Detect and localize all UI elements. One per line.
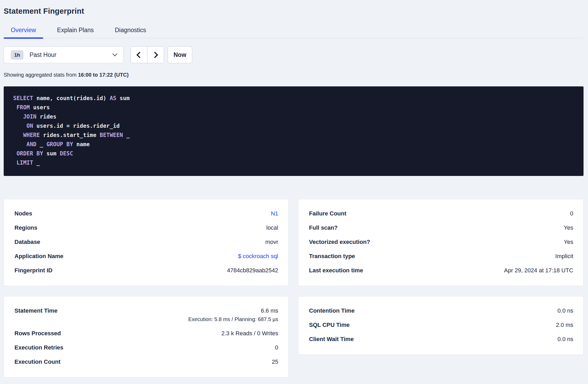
row-label: Statement Time bbox=[14, 307, 57, 314]
time-range-badge: 1h bbox=[11, 50, 23, 60]
row-value: 2.3 k Reads / 0 Writes bbox=[221, 330, 278, 337]
table-row: Client Wait Time0.0 ns bbox=[309, 336, 573, 343]
row-label: Rows Processed bbox=[14, 330, 61, 337]
aggregated-stats-summary: Showing aggregated stats from 16:00 to 1… bbox=[4, 71, 584, 78]
row-value: movr bbox=[265, 238, 278, 246]
tab-explain-plans[interactable]: Explain Plans bbox=[50, 27, 101, 38]
row-value: local bbox=[266, 224, 278, 232]
detail-cards: NodesN1RegionslocalDatabasemovrApplicati… bbox=[4, 199, 584, 377]
row-value: 0.0 ns bbox=[557, 307, 573, 314]
table-row: Fingerprint ID4784cb829aab2542 bbox=[14, 267, 278, 274]
table-row: Execution Retries0 bbox=[14, 344, 278, 351]
tab-bar: Overview Explain Plans Diagnostics bbox=[4, 27, 584, 38]
table-row: Execution Count25 bbox=[14, 358, 278, 366]
row-value: Yes bbox=[564, 224, 573, 232]
sql-code: SELECT name, count(rides.id) AS sum FROM… bbox=[13, 94, 576, 168]
sql-line: ON users.id = rides.rider_id bbox=[13, 121, 576, 131]
row-label: Fingerprint ID bbox=[14, 267, 52, 274]
row-label: Failure Count bbox=[309, 210, 346, 217]
row-subvalue: Execution: 5.8 ms / Planning: 687.5 µs bbox=[188, 316, 278, 323]
row-value: Apr 29, 2024 at 17:18 UTC bbox=[504, 267, 573, 274]
row-value: 0.0 ns bbox=[557, 336, 573, 343]
row-value-link[interactable]: $ cockroach sql bbox=[238, 253, 278, 260]
row-label: Execution Retries bbox=[14, 344, 63, 351]
row-label: SQL CPU Time bbox=[309, 321, 350, 329]
table-row: Last execution timeApr 29, 2024 at 17:18… bbox=[309, 267, 573, 274]
tab-diagnostics[interactable]: Diagnostics bbox=[108, 27, 153, 38]
row-label: Last execution time bbox=[309, 267, 363, 274]
table-row: NodesN1 bbox=[14, 210, 278, 217]
row-value: 2.0 ms bbox=[556, 321, 573, 329]
row-value: 4784cb829aab2542 bbox=[227, 267, 278, 274]
table-row: Application Name$ cockroach sql bbox=[14, 253, 278, 260]
page-title: Statement Fingerprint bbox=[4, 7, 584, 16]
row-value: 0 bbox=[570, 210, 573, 217]
table-row: Statement Time6.6 msExecution: 5.8 ms / … bbox=[14, 307, 278, 323]
table-row: Failure Count0 bbox=[309, 210, 573, 217]
row-value: Yes bbox=[564, 238, 573, 246]
time-controls: 1h Past Hour Now bbox=[4, 46, 584, 63]
table-row: Regionslocal bbox=[14, 224, 278, 232]
stats-prefix: Showing aggregated stats from bbox=[4, 72, 78, 78]
next-time-button[interactable] bbox=[147, 47, 164, 63]
time-range-picker[interactable]: 1h Past Hour bbox=[4, 46, 124, 63]
row-label: Database bbox=[14, 238, 40, 246]
previous-time-button[interactable] bbox=[131, 47, 147, 63]
execution-attributes-card: Failure Count0Full scan?YesVectorized ex… bbox=[298, 199, 584, 286]
table-row: Transaction typeImplicit bbox=[309, 253, 573, 260]
table-row: Contention Time0.0 ns bbox=[309, 307, 573, 314]
time-step-buttons bbox=[131, 46, 164, 63]
row-label: Vectorized execution? bbox=[309, 238, 370, 246]
sql-line: WHERE rides.start_time BETWEEN _ bbox=[13, 131, 576, 140]
row-label: Application Name bbox=[14, 253, 63, 260]
table-row: Rows Processed2.3 k Reads / 0 Writes bbox=[14, 330, 278, 337]
row-label: Full scan? bbox=[309, 224, 338, 232]
sql-statement-block: SELECT name, count(rides.id) AS sum FROM… bbox=[4, 86, 584, 176]
chevron-right-icon bbox=[152, 52, 158, 58]
table-row: Full scan?Yes bbox=[309, 224, 573, 232]
row-value: 6.6 msExecution: 5.8 ms / Planning: 687.… bbox=[188, 307, 278, 323]
stats-range: 16:00 to 17:22 (UTC) bbox=[78, 72, 128, 78]
tab-overview[interactable]: Overview bbox=[4, 27, 43, 38]
sql-line: ORDER BY sum DESC bbox=[13, 149, 576, 158]
chevron-left-icon bbox=[136, 52, 143, 58]
row-label: Nodes bbox=[14, 210, 32, 217]
row-label: Transaction type bbox=[309, 253, 355, 260]
table-row: SQL CPU Time2.0 ms bbox=[309, 321, 573, 329]
sql-line: FROM users bbox=[13, 103, 576, 112]
statement-info-card: NodesN1RegionslocalDatabasemovrApplicati… bbox=[4, 199, 288, 286]
row-label: Regions bbox=[14, 224, 37, 232]
sql-line: JOIN rides bbox=[13, 112, 576, 121]
chevron-down-icon bbox=[112, 51, 117, 56]
wait-time-card: Contention Time0.0 nsSQL CPU Time2.0 msC… bbox=[298, 296, 584, 355]
statement-performance-card: Statement Time6.6 msExecution: 5.8 ms / … bbox=[4, 296, 288, 377]
sql-line: SELECT name, count(rides.id) AS sum bbox=[13, 94, 576, 103]
table-row: Databasemovr bbox=[14, 238, 278, 246]
time-range-label: Past Hour bbox=[29, 51, 56, 58]
row-value-link[interactable]: N1 bbox=[271, 210, 278, 217]
sql-line: LIMIT _ bbox=[13, 158, 576, 168]
now-button[interactable]: Now bbox=[168, 46, 192, 63]
sql-line: AND _ GROUP BY name bbox=[13, 140, 576, 149]
row-label: Contention Time bbox=[309, 307, 355, 314]
table-row: Vectorized execution?Yes bbox=[309, 238, 573, 246]
row-label: Execution Count bbox=[14, 358, 61, 366]
row-value: 25 bbox=[272, 358, 278, 366]
statement-fingerprint-page: Statement Fingerprint Overview Explain P… bbox=[0, 0, 588, 384]
row-value: Implicit bbox=[555, 253, 573, 260]
row-value: 0 bbox=[275, 344, 278, 351]
row-label: Client Wait Time bbox=[309, 336, 354, 343]
